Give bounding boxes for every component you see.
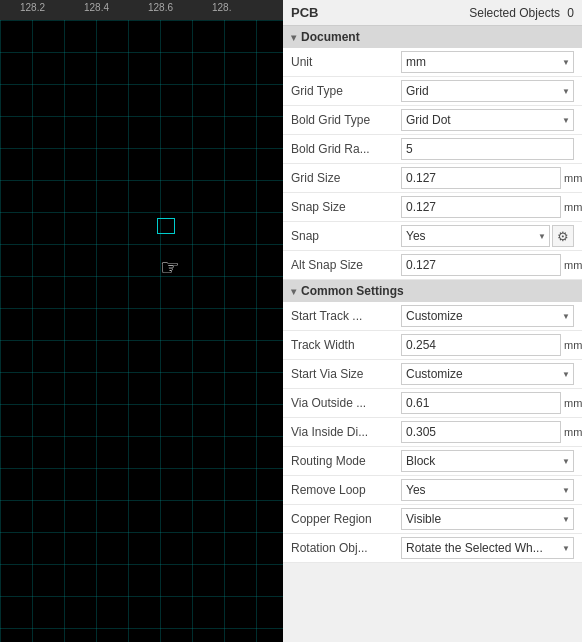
snap-select[interactable]: Yes No — [401, 225, 550, 247]
prop-value-routing-mode: Block Ignore Highlight ▼ — [401, 450, 574, 472]
track-width-input[interactable] — [401, 334, 561, 356]
prop-row-remove-loop: Remove Loop Yes No ▼ — [283, 476, 582, 505]
grid-size-input[interactable] — [401, 167, 561, 189]
bold-grid-type-select[interactable]: Grid Dot Grid Line — [401, 109, 574, 131]
unit-select-wrapper: mm mil inch ▼ — [401, 51, 574, 73]
prop-row-grid-size: Grid Size mm — [283, 164, 582, 193]
prop-value-unit: mm mil inch ▼ — [401, 51, 574, 73]
prop-label-start-track: Start Track ... — [291, 309, 401, 323]
prop-value-start-track: Customize Default ▼ — [401, 305, 574, 327]
prop-value-alt-snap-size: mm — [401, 254, 582, 276]
prop-label-grid-type: Grid Type — [291, 84, 401, 98]
prop-row-track-width: Track Width mm — [283, 331, 582, 360]
prop-label-copper-region: Copper Region — [291, 512, 401, 526]
prop-label-unit: Unit — [291, 55, 401, 69]
routing-mode-select-wrapper: Block Ignore Highlight ▼ — [401, 450, 574, 472]
prop-row-rotation-obj: Rotation Obj... Rotate the Selected Wh..… — [283, 534, 582, 563]
prop-label-via-inside-di: Via Inside Di... — [291, 425, 401, 439]
start-via-size-select-wrapper: Customize Default ▼ — [401, 363, 574, 385]
alt-snap-size-unit: mm — [564, 259, 582, 271]
rotation-obj-select[interactable]: Rotate the Selected Wh... — [401, 537, 574, 559]
prop-label-snap-size: Snap Size — [291, 200, 401, 214]
prop-value-grid-size: mm — [401, 167, 582, 189]
prop-row-snap-size: Snap Size mm ⇔ — [283, 193, 582, 222]
grid-type-select[interactable]: Grid Line — [401, 80, 574, 102]
prop-row-alt-snap-size: Alt Snap Size mm — [283, 251, 582, 280]
ruler-label-1: 128.2 — [20, 2, 45, 13]
start-track-select-wrapper: Customize Default ▼ — [401, 305, 574, 327]
snap-size-input[interactable] — [401, 196, 561, 218]
prop-row-via-inside-di: Via Inside Di... mm — [283, 418, 582, 447]
snap-size-unit: mm — [564, 201, 582, 213]
prop-value-track-width: mm — [401, 334, 582, 356]
start-via-size-select[interactable]: Customize Default — [401, 363, 574, 385]
prop-value-grid-type: Grid Line ▼ — [401, 80, 574, 102]
cursor-icon: ☞ — [160, 255, 180, 281]
prop-value-snap: Yes No ▼ ⚙ — [401, 225, 574, 247]
prop-value-via-outside: mm — [401, 392, 582, 414]
via-outside-input[interactable] — [401, 392, 561, 414]
ruler-top: 128.2 128.4 128.6 128. — [0, 0, 283, 20]
grid-lines — [0, 20, 283, 642]
prop-label-grid-size: Grid Size — [291, 171, 401, 185]
track-width-unit: mm — [564, 339, 582, 351]
prop-row-copper-region: Copper Region Visible Hidden ▼ — [283, 505, 582, 534]
snap-select-wrapper: Yes No ▼ — [401, 225, 550, 247]
prop-value-bold-grid-type: Grid Dot Grid Line ▼ — [401, 109, 574, 131]
canvas-area[interactable]: 128.2 128.4 128.6 128. ☞ — [0, 0, 283, 642]
prop-value-snap-size: mm ⇔ — [401, 196, 582, 218]
bold-grid-ra-input[interactable] — [401, 138, 574, 160]
prop-value-rotation-obj: Rotate the Selected Wh... ▼ — [401, 537, 574, 559]
via-inside-di-unit: mm — [564, 426, 582, 438]
ruler-label-4: 128. — [212, 2, 231, 13]
remove-loop-select[interactable]: Yes No — [401, 479, 574, 501]
start-track-select[interactable]: Customize Default — [401, 305, 574, 327]
copper-region-select[interactable]: Visible Hidden — [401, 508, 574, 530]
bold-grid-type-select-wrapper: Grid Dot Grid Line ▼ — [401, 109, 574, 131]
prop-row-snap: Snap Yes No ▼ ⚙ — [283, 222, 582, 251]
prop-label-bold-grid-ra: Bold Grid Ra... — [291, 142, 401, 156]
prop-label-start-via-size: Start Via Size — [291, 367, 401, 381]
remove-loop-select-wrapper: Yes No ▼ — [401, 479, 574, 501]
prop-row-unit: Unit mm mil inch ▼ — [283, 48, 582, 77]
prop-label-remove-loop: Remove Loop — [291, 483, 401, 497]
ruler-label-2: 128.4 — [84, 2, 109, 13]
panel-header: PCB Selected Objects 0 — [283, 0, 582, 26]
via-inside-di-input[interactable] — [401, 421, 561, 443]
via-outside-unit: mm — [564, 397, 582, 409]
panel-content[interactable]: Document Unit mm mil inch ▼ Grid Type — [283, 26, 582, 642]
copper-region-select-wrapper: Visible Hidden ▼ — [401, 508, 574, 530]
right-panel: PCB Selected Objects 0 Document Unit mm … — [283, 0, 582, 642]
prop-label-alt-snap-size: Alt Snap Size — [291, 258, 401, 272]
section-common-settings[interactable]: Common Settings — [283, 280, 582, 302]
prop-row-via-outside: Via Outside ... mm — [283, 389, 582, 418]
prop-label-snap: Snap — [291, 229, 401, 243]
prop-row-bold-grid-type: Bold Grid Type Grid Dot Grid Line ▼ — [283, 106, 582, 135]
prop-label-routing-mode: Routing Mode — [291, 454, 401, 468]
prop-label-bold-grid-type: Bold Grid Type — [291, 113, 401, 127]
prop-row-start-via-size: Start Via Size Customize Default ▼ — [283, 360, 582, 389]
selection-box — [157, 218, 175, 234]
prop-value-start-via-size: Customize Default ▼ — [401, 363, 574, 385]
panel-title: PCB — [291, 5, 318, 20]
grid-size-unit: mm — [564, 172, 582, 184]
grid-type-select-wrapper: Grid Line ▼ — [401, 80, 574, 102]
prop-value-copper-region: Visible Hidden ▼ — [401, 508, 574, 530]
prop-label-track-width: Track Width — [291, 338, 401, 352]
selected-objects: Selected Objects 0 — [469, 6, 574, 20]
prop-value-bold-grid-ra — [401, 138, 574, 160]
prop-label-via-outside: Via Outside ... — [291, 396, 401, 410]
prop-row-start-track: Start Track ... Customize Default ▼ — [283, 302, 582, 331]
snap-settings-icon[interactable]: ⚙ — [552, 225, 574, 247]
rotation-obj-select-wrapper: Rotate the Selected Wh... ▼ — [401, 537, 574, 559]
prop-label-rotation-obj: Rotation Obj... — [291, 541, 401, 555]
section-document[interactable]: Document — [283, 26, 582, 48]
alt-snap-size-input[interactable] — [401, 254, 561, 276]
routing-mode-select[interactable]: Block Ignore Highlight — [401, 450, 574, 472]
prop-row-grid-type: Grid Type Grid Line ▼ — [283, 77, 582, 106]
unit-select[interactable]: mm mil inch — [401, 51, 574, 73]
prop-row-routing-mode: Routing Mode Block Ignore Highlight ▼ — [283, 447, 582, 476]
ruler-label-3: 128.6 — [148, 2, 173, 13]
prop-row-bold-grid-ra: Bold Grid Ra... — [283, 135, 582, 164]
prop-value-via-inside-di: mm — [401, 421, 582, 443]
